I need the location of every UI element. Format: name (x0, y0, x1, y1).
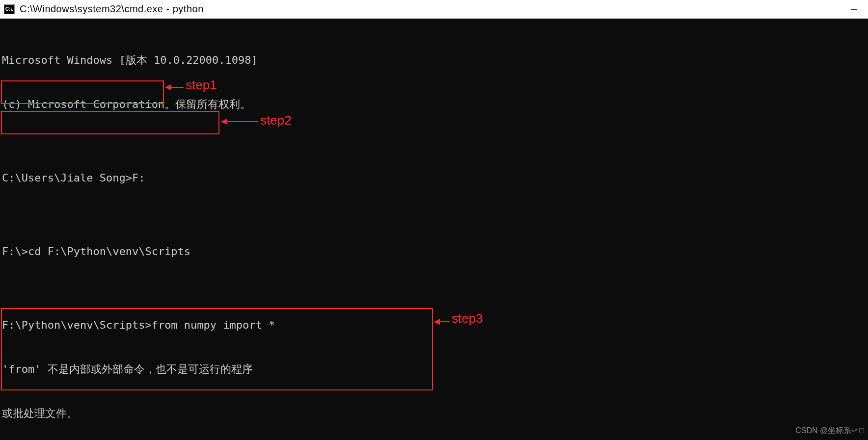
terminal-line: Microsoft Windows [版本 10.0.22000.1098] (2, 53, 868, 68)
annotation-box-step2 (1, 111, 219, 134)
annotation-label-step1: step1 (186, 78, 217, 92)
minimize-button[interactable] (840, 0, 868, 18)
terminal-line: (c) Microsoft Corporation。保留所有权利。 (2, 97, 868, 112)
svg-marker-4 (221, 119, 227, 125)
cmd-icon: C:\. (4, 4, 15, 14)
watermark-text: CSDN @坐标系☞□ (795, 423, 864, 438)
window-title: C:\Windows\system32\cmd.exe - python (20, 3, 204, 15)
terminal-output[interactable]: Microsoft Windows [版本 10.0.22000.1098] (… (0, 19, 868, 440)
arrow-step2-icon (221, 117, 259, 127)
arrow-step1-icon (165, 82, 185, 92)
window-titlebar: C:\. C:\Windows\system32\cmd.exe - pytho… (0, 0, 868, 19)
terminal-line: 或批处理文件。 (2, 406, 868, 421)
terminal-line: F:\Python\venv\Scripts>from numpy import… (2, 318, 868, 333)
terminal-line: F:\>cd F:\Python\venv\Scripts (2, 244, 868, 259)
minimize-icon (850, 6, 857, 13)
terminal-line: 'from' 不是内部或外部命令，也不是可运行的程序 (2, 362, 868, 377)
window-controls (840, 0, 868, 18)
svg-marker-2 (165, 84, 171, 90)
annotation-label-step2: step2 (260, 113, 292, 128)
terminal-line: C:\Users\Jiale Song>F: (2, 171, 868, 185)
